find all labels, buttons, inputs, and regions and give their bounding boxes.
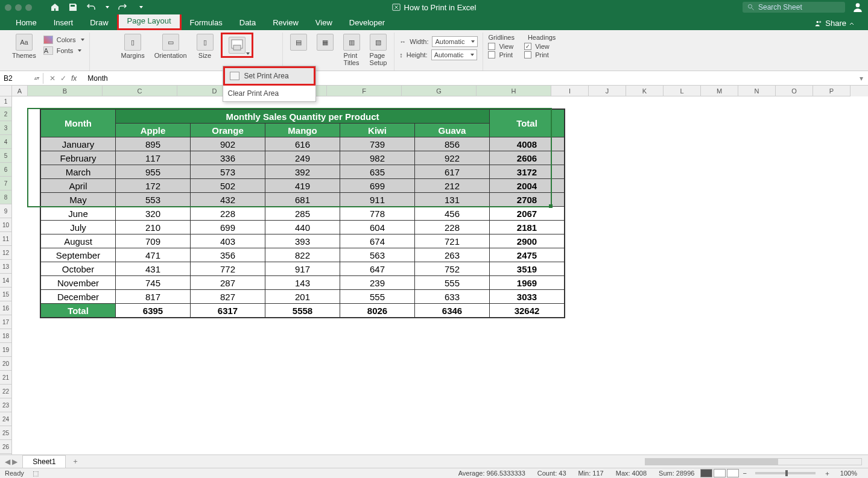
print-area-button[interactable]: Set Print Area Clear Print Area	[221, 33, 253, 58]
add-sheet-button[interactable]: ＋	[66, 454, 85, 468]
set-print-area-item[interactable]: Set Print Area	[223, 66, 315, 86]
row-header[interactable]: 24	[0, 412, 12, 426]
column-header-F[interactable]: F	[327, 86, 402, 96]
print-titles-button[interactable]: ▥Print Titles	[341, 33, 363, 68]
enter-icon[interactable]: ✓	[60, 74, 66, 83]
column-header-P[interactable]: P	[813, 86, 851, 96]
row-header[interactable]: 21	[0, 371, 12, 385]
zoom-slider[interactable]	[755, 472, 816, 474]
row-header[interactable]: 15	[0, 288, 12, 301]
row-header[interactable]: 10	[0, 218, 12, 232]
column-header-L[interactable]: L	[664, 86, 701, 96]
height-select[interactable]: Automatic	[431, 49, 477, 60]
row-header[interactable]: 17	[0, 315, 12, 329]
formula-input[interactable]: Month	[83, 73, 855, 84]
row-header[interactable]: 19	[0, 343, 12, 357]
tab-formulas[interactable]: Formulas	[182, 15, 231, 30]
column-header-O[interactable]: O	[776, 86, 813, 96]
name-box[interactable]: B2▵▿	[0, 73, 43, 84]
undo-dropdown-icon[interactable]	[106, 6, 109, 8]
select-all-corner[interactable]	[0, 86, 12, 96]
user-icon[interactable]	[852, 2, 863, 13]
page-break-view-button[interactable]	[727, 469, 739, 477]
column-header-M[interactable]: M	[701, 86, 738, 96]
row-header[interactable]: 4	[0, 135, 12, 149]
row-header[interactable]: 8	[0, 190, 12, 204]
page-layout-view-button[interactable]	[714, 469, 726, 477]
row-header[interactable]: 6	[0, 163, 12, 177]
row-header[interactable]: 9	[0, 204, 12, 218]
themes-button[interactable]: Aa Themes	[10, 33, 39, 60]
horizontal-scrollbar[interactable]	[645, 458, 862, 465]
clear-print-area-item[interactable]: Clear Print Area	[223, 86, 315, 101]
background-button[interactable]: ▦	[314, 33, 336, 60]
tab-developer[interactable]: Developer	[341, 15, 393, 30]
size-button[interactable]: ▯Size	[194, 33, 216, 60]
page-setup-button[interactable]: ▧Page Setup	[367, 33, 390, 68]
headings-print-checkbox[interactable]: Print	[524, 51, 550, 59]
undo-icon[interactable]	[86, 2, 96, 12]
gridlines-print-checkbox[interactable]: Print	[488, 51, 513, 59]
gridlines-label: Gridlines	[488, 34, 514, 41]
row-header[interactable]: 11	[0, 232, 12, 246]
size-icon: ▯	[197, 34, 214, 51]
row-header[interactable]: 1	[0, 96, 12, 107]
macro-record-icon[interactable]: ⬚	[33, 470, 39, 477]
formula-expand-icon[interactable]: ▾	[855, 74, 868, 83]
tab-view[interactable]: View	[307, 15, 341, 30]
fx-icon[interactable]: fx	[71, 74, 77, 83]
row-header[interactable]: 3	[0, 121, 12, 135]
row-header[interactable]: 5	[0, 149, 12, 163]
margins-button[interactable]: ▯Margins	[119, 33, 147, 60]
row-header[interactable]: 26	[0, 440, 12, 454]
column-header-C[interactable]: C	[103, 86, 177, 96]
zoom-in-button[interactable]: ＋	[820, 469, 834, 478]
normal-view-button[interactable]	[700, 469, 712, 477]
zoom-out-button[interactable]: −	[739, 470, 750, 477]
column-header-G[interactable]: G	[402, 86, 477, 96]
width-select[interactable]: Automatic	[432, 36, 478, 47]
column-header-A[interactable]: A	[12, 86, 28, 96]
row-header[interactable]: 18	[0, 329, 12, 343]
window-controls[interactable]	[5, 4, 32, 11]
spreadsheet-grid[interactable]: ABCDEFGHIJKLMNOP 12345678910111213141516…	[0, 86, 868, 460]
search-sheet-input[interactable]: Search Sheet	[743, 2, 845, 13]
colors-button[interactable]: Colors	[43, 35, 84, 45]
row-header[interactable]: 20	[0, 357, 12, 371]
fonts-button[interactable]: AFonts	[43, 46, 84, 55]
share-button[interactable]: Share	[808, 16, 861, 30]
tab-data[interactable]: Data	[231, 15, 264, 30]
row-header[interactable]: 13	[0, 260, 12, 274]
breaks-button[interactable]: ▤	[288, 33, 309, 60]
orientation-button[interactable]: ▭Orientation	[152, 33, 189, 60]
tab-home[interactable]: Home	[7, 15, 45, 30]
column-header-B[interactable]: B	[28, 86, 103, 96]
tab-insert[interactable]: Insert	[45, 15, 82, 30]
tab-draw[interactable]: Draw	[81, 15, 116, 30]
redo-icon[interactable]	[118, 2, 127, 12]
chevron-up-icon[interactable]	[849, 20, 855, 27]
gridlines-view-checkbox[interactable]: View	[488, 42, 513, 51]
headings-view-checkbox[interactable]: ✓View	[524, 42, 550, 51]
column-header-H[interactable]: H	[477, 86, 551, 96]
row-header[interactable]: 14	[0, 274, 12, 288]
column-header-I[interactable]: I	[551, 86, 589, 96]
sheet-tab-sheet1[interactable]: Sheet1	[22, 455, 66, 468]
column-header-N[interactable]: N	[738, 86, 776, 96]
column-header-J[interactable]: J	[589, 86, 626, 96]
view-switcher	[700, 469, 739, 477]
tab-review[interactable]: Review	[264, 15, 307, 30]
row-header[interactable]: 23	[0, 398, 12, 412]
row-header[interactable]: 25	[0, 426, 12, 440]
save-icon[interactable]	[68, 2, 78, 12]
cancel-icon[interactable]: ✕	[49, 74, 55, 83]
row-header[interactable]: 22	[0, 385, 12, 398]
qat-customize-icon[interactable]	[139, 6, 143, 8]
row-header[interactable]: 2	[0, 107, 12, 121]
row-header[interactable]: 16	[0, 301, 12, 315]
row-header[interactable]: 12	[0, 246, 12, 260]
row-header[interactable]: 7	[0, 177, 12, 190]
column-header-K[interactable]: K	[626, 86, 664, 96]
sheet-nav[interactable]: ◀ ▶	[0, 458, 22, 466]
home-icon[interactable]	[50, 2, 60, 12]
